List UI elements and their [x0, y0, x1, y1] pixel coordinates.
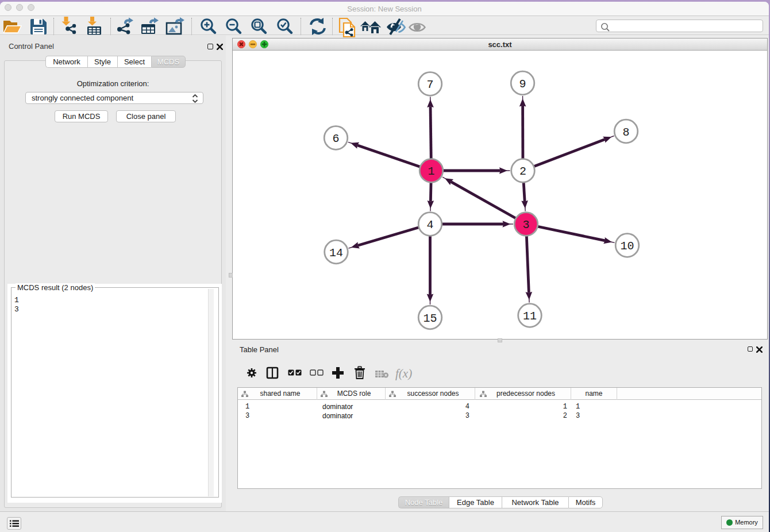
svg-text:6: 6: [332, 132, 339, 145]
svg-text:7: 7: [426, 78, 433, 91]
svg-text:14: 14: [329, 246, 343, 260]
svg-text:15: 15: [423, 312, 437, 325]
svg-text:1: 1: [428, 165, 434, 178]
svg-text:11: 11: [523, 310, 537, 323]
svg-text:10: 10: [620, 240, 634, 253]
svg-text:9: 9: [519, 78, 526, 91]
svg-text:8: 8: [622, 126, 629, 139]
svg-text:2: 2: [519, 165, 526, 178]
svg-text:4: 4: [426, 218, 433, 232]
svg-text:3: 3: [522, 218, 529, 232]
